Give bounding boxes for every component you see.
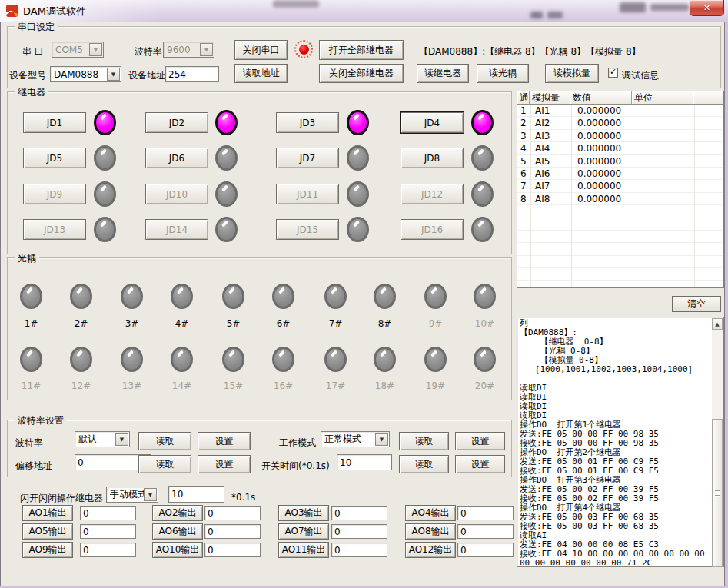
ao-output-button-10[interactable]: AO10输出	[152, 542, 203, 558]
ao-value-input-10[interactable]	[204, 543, 261, 557]
ao-output-button-3[interactable]: AO3输出	[278, 505, 329, 521]
table-cell	[517, 205, 530, 217]
ao-output-button-4[interactable]: AO4输出	[405, 505, 456, 521]
table-row: 2AI20.000000	[517, 117, 723, 129]
table-row	[517, 218, 723, 231]
table-cell: AI6	[530, 168, 570, 179]
app-window: 串口设定 串 口 COM5 波特率 9600 关闭串口 打开全部继电器 【DAM…	[0, 22, 725, 586]
table-row	[517, 256, 723, 268]
ao-output-button-11[interactable]: AO11输出	[278, 542, 329, 558]
table-row: 5AI50.000000	[517, 155, 723, 168]
table-cell	[570, 256, 632, 267]
table-cell	[530, 281, 570, 287]
title-bar[interactable]: DAM调试软件	[0, 0, 728, 22]
table-cell: 6	[517, 168, 530, 179]
table-cell	[570, 243, 632, 254]
table-cell: AI8	[530, 193, 570, 204]
ao-output-button-6[interactable]: AO6输出	[152, 523, 203, 540]
close-button[interactable]	[690, 0, 724, 16]
ao-output-button-7[interactable]: AO7输出	[278, 523, 329, 540]
table-row: 4AI40.000000	[517, 142, 723, 154]
ao-value-input-8[interactable]	[457, 524, 514, 539]
table-cell: 0.000000	[570, 155, 632, 167]
table-cell: AI2	[530, 117, 570, 128]
table-row: 7AI70.000000	[517, 180, 723, 192]
table-cell	[517, 268, 530, 280]
table-cell	[632, 281, 693, 287]
table-row	[517, 205, 723, 218]
table-cell: 0.000000	[570, 180, 632, 191]
ao-value-input-2[interactable]	[204, 506, 261, 520]
ao-value-input-11[interactable]	[331, 543, 387, 557]
close-icon	[703, 2, 710, 13]
ao-output-button-1[interactable]: AO1输出	[22, 505, 73, 521]
ao-value-input-5[interactable]	[80, 524, 136, 539]
table-cell	[517, 243, 530, 254]
table-cell: 0.000000	[570, 130, 632, 141]
ao-value-input-6[interactable]	[204, 524, 261, 539]
desktop-artifact	[650, 4, 689, 11]
debug-info-label: 调试信息	[622, 69, 659, 82]
ao-value-input-7[interactable]	[331, 524, 387, 539]
analog-col-header-1: 模拟量	[530, 91, 570, 105]
ao-value-input-4[interactable]	[457, 506, 514, 520]
desktop-artifact	[273, 0, 319, 8]
table-cell	[632, 243, 693, 254]
table-cell: 0.000000	[570, 142, 632, 154]
table-cell: 7	[517, 180, 530, 191]
desktop-artifact	[530, 12, 543, 18]
debug-info-checkbox[interactable]	[608, 68, 618, 78]
table-cell	[632, 105, 693, 116]
ao-output-button-12[interactable]: AO12输出	[405, 542, 456, 558]
table-cell	[632, 117, 693, 128]
table-cell	[530, 218, 570, 230]
table-row: 1AI10.000000	[517, 105, 723, 117]
table-row: 3AI30.000000	[517, 130, 723, 142]
table-cell: AI3	[530, 130, 570, 141]
table-cell	[530, 205, 570, 217]
clear-log-button[interactable]: 清空	[672, 296, 721, 312]
table-gridline	[694, 105, 695, 287]
table-cell	[632, 256, 693, 267]
ao-output-button-2[interactable]: AO2输出	[152, 505, 203, 521]
table-gridline	[571, 105, 572, 287]
table-cell	[570, 218, 632, 230]
desktop-artifact	[547, 12, 563, 18]
table-cell	[632, 155, 693, 167]
analog-col-header-4	[693, 91, 723, 105]
ao-output-button-5[interactable]: AO5输出	[22, 523, 73, 540]
analog-col-header-0: 通	[517, 91, 530, 105]
ao-value-input-1[interactable]	[80, 506, 136, 520]
table-cell: 0.000000	[570, 168, 632, 179]
ao-value-input-9[interactable]	[80, 543, 136, 557]
ao-output-button-8[interactable]: AO8输出	[405, 523, 456, 540]
app-icon[interactable]	[6, 5, 18, 17]
table-cell: AI1	[530, 105, 570, 116]
table-gridline	[633, 105, 633, 287]
ao-value-input-3[interactable]	[331, 506, 387, 520]
log-text: 列 【DAM0888】: 【继电器 0-8】 【光耦 0-8】 【模拟量 0-8…	[520, 319, 710, 565]
log-box[interactable]: 列 【DAM0888】: 【继电器 0-8】 【光耦 0-8】 【模拟量 0-8…	[517, 317, 724, 567]
table-cell	[632, 218, 693, 230]
scroll-up-icon[interactable]	[712, 318, 723, 330]
table-cell: 0.000000	[570, 105, 632, 116]
table-cell: 0.000000	[570, 117, 632, 128]
analog-table: 通模拟量数值单位 1AI10.0000002AI20.0000003AI30.0…	[517, 91, 724, 288]
table-cell	[570, 231, 632, 242]
table-cell: 3	[517, 130, 530, 141]
read-analog-button[interactable]: 读模拟量	[545, 64, 599, 83]
analog-table-body: 1AI10.0000002AI20.0000003AI30.0000004AI4…	[517, 105, 723, 287]
table-row: 8AI80.000000	[517, 193, 723, 205]
table-cell: 1	[517, 105, 530, 116]
analog-col-header-3: 单位	[632, 91, 693, 105]
ao-value-input-12[interactable]	[457, 543, 514, 557]
ao-output-button-9[interactable]: AO9输出	[22, 542, 73, 558]
scrollbar-thumb[interactable]	[712, 419, 723, 567]
desktop-artifact	[620, 2, 646, 12]
log-scrollbar[interactable]	[712, 318, 723, 566]
table-cell	[632, 180, 693, 191]
table-cell	[530, 231, 570, 242]
table-cell: 5	[517, 155, 530, 167]
table-cell	[517, 281, 530, 287]
table-cell: AI5	[530, 155, 570, 167]
